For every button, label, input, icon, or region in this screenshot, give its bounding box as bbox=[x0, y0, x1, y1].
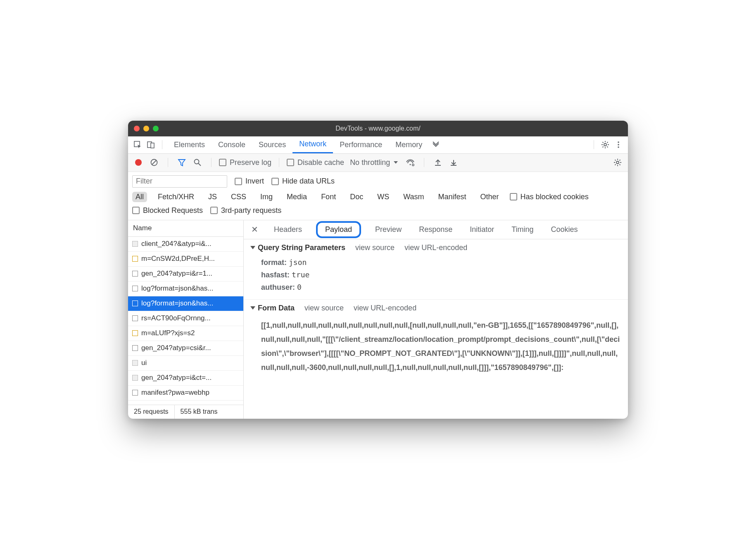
request-row[interactable]: client_204?&atyp=i&... bbox=[128, 237, 243, 252]
request-list-header[interactable]: Name bbox=[128, 220, 243, 237]
more-tabs-chevron-icon[interactable] bbox=[430, 138, 442, 151]
request-row[interactable]: gen_204?atyp=i&r=1... bbox=[128, 267, 243, 281]
filter-type-manifest[interactable]: Manifest bbox=[435, 192, 470, 202]
filter-type-js[interactable]: JS bbox=[205, 192, 220, 202]
content-split: Name client_204?&atyp=i&...m=CnSW2d,DPre… bbox=[128, 220, 628, 419]
hide-data-urls-label: Hide data URLs bbox=[282, 177, 335, 186]
svg-point-9 bbox=[195, 160, 199, 164]
query-view-encoded-link[interactable]: view URL-encoded bbox=[404, 243, 467, 252]
invert-label: Invert bbox=[245, 177, 264, 186]
tab-sources[interactable]: Sources bbox=[252, 136, 292, 153]
close-details-icon[interactable]: ✕ bbox=[250, 224, 260, 234]
filter-type-css[interactable]: CSS bbox=[228, 192, 250, 202]
request-row[interactable]: gen_204?atyp=i&ct=... bbox=[128, 371, 243, 386]
blocked-requests-checkbox[interactable]: Blocked Requests bbox=[132, 206, 203, 215]
request-name: log?format=json&has... bbox=[141, 299, 213, 308]
download-har-icon[interactable] bbox=[447, 156, 460, 169]
file-icon bbox=[132, 286, 138, 291]
file-icon bbox=[132, 345, 138, 351]
filter-icon[interactable] bbox=[176, 156, 188, 169]
preserve-log-label: Preserve log bbox=[230, 158, 271, 167]
request-name: gen_204?atyp=i&ct=... bbox=[141, 374, 212, 382]
details-tab-preview[interactable]: Preview bbox=[372, 224, 405, 236]
tab-network[interactable]: Network bbox=[292, 136, 333, 153]
filter-type-ws[interactable]: WS bbox=[374, 192, 392, 202]
filter-type-fetch-xhr[interactable]: Fetch/XHR bbox=[155, 192, 197, 202]
form-view-encoded-link[interactable]: view URL-encoded bbox=[354, 304, 416, 312]
request-row[interactable]: rs=ACT90oFqOrnng... bbox=[128, 311, 243, 326]
svg-point-5 bbox=[618, 144, 619, 145]
record-button[interactable] bbox=[132, 156, 145, 169]
filter-type-wasm[interactable]: Wasm bbox=[400, 192, 427, 202]
has-blocked-cookies-label: Has blocked cookies bbox=[521, 193, 589, 201]
filter-type-doc[interactable]: Doc bbox=[347, 192, 366, 202]
tab-elements[interactable]: Elements bbox=[167, 136, 212, 153]
details-tab-initiator[interactable]: Initiator bbox=[466, 224, 497, 236]
settings-gear-icon[interactable] bbox=[599, 138, 611, 151]
request-row[interactable]: log?format=json&has... bbox=[128, 281, 243, 296]
request-name: rs=ACT90oFqOrnng... bbox=[141, 314, 211, 322]
blocked-requests-label: Blocked Requests bbox=[143, 206, 203, 215]
upload-har-icon[interactable] bbox=[432, 156, 444, 169]
device-toolbar-icon[interactable] bbox=[145, 138, 157, 151]
details-tab-payload[interactable]: Payload bbox=[316, 221, 361, 238]
query-param: format: json bbox=[250, 256, 621, 269]
filter-type-media[interactable]: Media bbox=[283, 192, 310, 202]
form-data-toggle[interactable]: Form Data bbox=[250, 304, 295, 312]
request-row[interactable]: log?format=json&has... bbox=[128, 296, 243, 311]
file-icon bbox=[132, 330, 138, 336]
request-name: gen_204?atyp=i&r=1... bbox=[141, 270, 212, 278]
request-row[interactable]: manifest?pwa=webhp bbox=[128, 386, 243, 401]
request-row[interactable]: gen_204?atyp=csi&r... bbox=[128, 341, 243, 356]
window-title: DevTools - www.google.com/ bbox=[128, 125, 628, 132]
filter-type-img[interactable]: Img bbox=[257, 192, 276, 202]
svg-point-11 bbox=[410, 164, 411, 165]
tab-performance[interactable]: Performance bbox=[333, 136, 389, 153]
inspect-element-icon[interactable] bbox=[131, 138, 144, 151]
request-row[interactable]: m=aLUfP?xjs=s2 bbox=[128, 326, 243, 341]
network-toolbar: Preserve log Disable cache No throttling bbox=[128, 154, 628, 172]
network-conditions-icon[interactable] bbox=[404, 156, 416, 169]
clear-icon[interactable] bbox=[148, 156, 160, 169]
search-icon[interactable] bbox=[191, 156, 204, 169]
tab-console[interactable]: Console bbox=[212, 136, 252, 153]
request-row[interactable]: ui bbox=[128, 356, 243, 371]
network-settings-gear-icon[interactable] bbox=[611, 156, 624, 169]
close-window-button[interactable] bbox=[134, 126, 140, 131]
filter-input[interactable] bbox=[132, 175, 227, 188]
request-row[interactable]: m=CnSW2d,DPreE,H... bbox=[128, 252, 243, 267]
form-view-source-link[interactable]: view source bbox=[304, 304, 344, 312]
preserve-log-checkbox[interactable]: Preserve log bbox=[219, 158, 271, 167]
hide-data-urls-checkbox[interactable]: Hide data URLs bbox=[271, 177, 335, 186]
filter-type-font[interactable]: Font bbox=[318, 192, 339, 202]
form-data-title: Form Data bbox=[258, 304, 295, 312]
query-param: hasfast: true bbox=[250, 269, 621, 281]
request-name: m=CnSW2d,DPreE,H... bbox=[141, 255, 215, 263]
file-icon bbox=[132, 301, 138, 306]
svg-point-15 bbox=[616, 161, 619, 164]
minimize-window-button[interactable] bbox=[143, 126, 149, 131]
query-param: authuser: 0 bbox=[250, 281, 621, 293]
disable-cache-checkbox[interactable]: Disable cache bbox=[287, 158, 344, 167]
query-view-source-link[interactable]: view source bbox=[355, 243, 395, 252]
throttling-select[interactable]: No throttling bbox=[347, 158, 401, 167]
third-party-checkbox[interactable]: 3rd-party requests bbox=[210, 206, 281, 215]
request-name: log?format=json&has... bbox=[141, 284, 213, 293]
query-string-toggle[interactable]: Query String Parameters bbox=[250, 243, 345, 252]
filter-type-other[interactable]: Other bbox=[477, 192, 502, 202]
third-party-label: 3rd-party requests bbox=[221, 206, 281, 215]
request-name: m=aLUfP?xjs=s2 bbox=[141, 329, 195, 337]
tab-memory[interactable]: Memory bbox=[389, 136, 429, 153]
has-blocked-cookies-checkbox[interactable]: Has blocked cookies bbox=[510, 193, 589, 201]
svg-line-8 bbox=[152, 160, 156, 165]
details-tab-cookies[interactable]: Cookies bbox=[548, 224, 581, 236]
zoom-window-button[interactable] bbox=[153, 126, 159, 131]
filter-type-all[interactable]: All bbox=[132, 192, 147, 202]
details-tab-timing[interactable]: Timing bbox=[508, 224, 537, 236]
kebab-menu-icon[interactable] bbox=[612, 138, 625, 151]
details-tab-headers[interactable]: Headers bbox=[271, 224, 305, 236]
query-string-title: Query String Parameters bbox=[258, 243, 345, 252]
details-tab-response[interactable]: Response bbox=[416, 224, 456, 236]
file-icon bbox=[132, 256, 138, 262]
invert-checkbox[interactable]: Invert bbox=[235, 177, 264, 186]
